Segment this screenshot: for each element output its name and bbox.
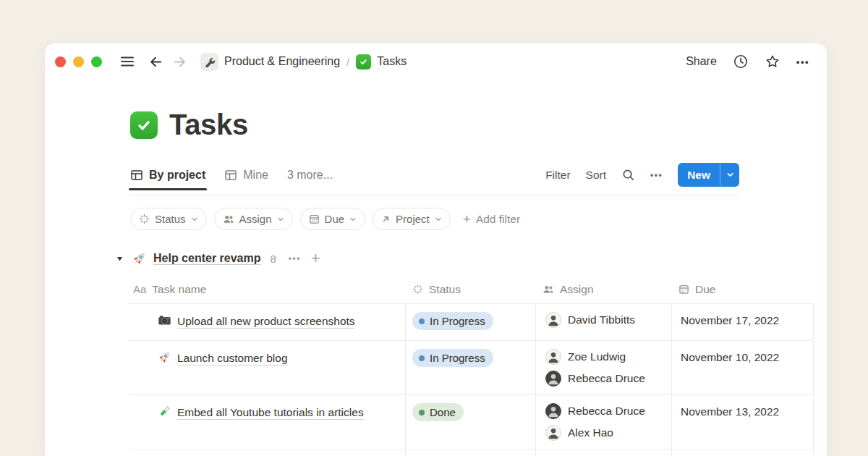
status-pill[interactable]: In Progress (412, 349, 493, 367)
task-link[interactable]: Upload all new product screenshots (177, 315, 355, 327)
clock-icon[interactable] (733, 54, 749, 69)
camera-icon (158, 313, 171, 332)
calendar-icon (309, 214, 320, 224)
plus-icon: + (463, 212, 471, 226)
tasks-table: Aa Task name Status Assign Due (129, 275, 814, 456)
window-topbar: Product & Engineering / Tasks Share ••• (45, 43, 827, 80)
task-name-cell[interactable]: Embed all Youtube tutorials in articles (129, 395, 405, 449)
tab-by-project[interactable]: By project (130, 169, 205, 182)
status-cell[interactable]: Not Started (405, 449, 535, 456)
add-filter-button[interactable]: + Add filter (463, 212, 520, 226)
star-icon[interactable] (765, 54, 780, 69)
group-more-button[interactable]: ••• (289, 253, 301, 263)
people-icon (223, 214, 234, 224)
arrow-up-right-icon (381, 214, 391, 224)
due-cell[interactable]: November 17, 2022 (671, 304, 814, 340)
view-toolbar: By project Mine 3 more... Filter Sort ••… (130, 163, 739, 195)
status-dot (419, 355, 425, 361)
new-button-chevron-down-icon[interactable] (720, 163, 739, 187)
assignee[interactable]: Zoe Ludwig (545, 349, 664, 365)
avatar (545, 349, 561, 365)
due-cell[interactable]: November 10, 2022 (671, 341, 814, 394)
group-title[interactable]: Help center revamp (153, 252, 261, 265)
status-burst-icon (412, 284, 423, 295)
window-controls (55, 56, 102, 67)
zoom-window-button[interactable] (91, 56, 102, 67)
status-cell[interactable]: In Progress (405, 341, 535, 394)
breadcrumb-workspace-label: Product & Engineering (224, 55, 340, 68)
group-header: Help center revamp 8 ••• + (116, 250, 827, 266)
table-row: Upload all new product screenshots In Pr… (129, 304, 814, 341)
due-date: November 10, 2022 (681, 349, 806, 366)
tab-label: By project (149, 169, 205, 182)
breadcrumb-workspace[interactable]: Product & Engineering (200, 53, 340, 71)
new-button-label[interactable]: New (678, 163, 720, 187)
column-header-assign[interactable]: Assign (535, 275, 671, 304)
calendar-icon (678, 284, 689, 295)
task-name-cell[interactable]: Final website audit (129, 449, 405, 456)
filter-chip-label: Due (325, 213, 345, 225)
filter-chip-assign[interactable]: Assign (214, 208, 293, 230)
assign-cell[interactable]: Rebecca Druce (535, 449, 671, 456)
breadcrumb-page[interactable]: Tasks (356, 54, 407, 69)
avatar (545, 403, 561, 419)
due-date: November 13, 2022 (681, 403, 806, 421)
assign-cell[interactable]: David Tibbitts (535, 304, 671, 340)
table-row: Launch customer blog In Progress Zoe Lud… (129, 341, 814, 395)
collapse-triangle-icon[interactable] (116, 255, 124, 263)
tab-more-views[interactable]: 3 more... (287, 169, 333, 182)
table-row: Final website audit Not Started Rebecca … (129, 449, 814, 456)
table-view-icon (130, 169, 143, 182)
search-icon[interactable] (621, 168, 635, 182)
column-header-due[interactable]: Due (671, 275, 814, 304)
new-button[interactable]: New (678, 163, 739, 187)
status-cell[interactable]: Done (405, 395, 535, 449)
sort-button[interactable]: Sort (586, 169, 606, 182)
due-cell[interactable]: November 18, 2022 → November 20, 2022 (671, 449, 814, 456)
filter-bar: Status Assign Due (130, 208, 827, 230)
status-pill[interactable]: In Progress (412, 312, 493, 330)
assignee-name: Rebecca Druce (568, 372, 645, 385)
assignee[interactable]: Alex Hao (545, 425, 664, 441)
due-cell[interactable]: November 13, 2022 (671, 395, 814, 449)
assign-cell[interactable]: Zoe Ludwig Rebecca Druce (535, 341, 671, 394)
rocket-icon (132, 251, 147, 266)
filter-chip-label: Project (396, 213, 430, 225)
table-row: Embed all Youtube tutorials in articles … (129, 395, 814, 449)
minimize-window-button[interactable] (73, 56, 84, 67)
assignee[interactable]: Rebecca Druce (545, 403, 664, 419)
group-count: 8 (271, 253, 276, 265)
more-options-button[interactable]: ••• (796, 56, 809, 67)
filter-chip-project[interactable]: Project (373, 208, 451, 230)
chevron-down-icon (435, 216, 442, 223)
filter-button[interactable]: Filter (545, 169, 570, 182)
assignee[interactable]: Rebecca Druce (545, 371, 664, 387)
view-more-button[interactable]: ••• (650, 170, 663, 180)
group-add-button[interactable]: + (311, 250, 320, 266)
column-label: Due (695, 283, 715, 296)
task-name-cell[interactable]: Launch customer blog (129, 341, 405, 394)
assignee-name: Zoe Ludwig (568, 350, 626, 363)
tab-mine[interactable]: Mine (224, 169, 268, 182)
status-burst-icon (139, 214, 150, 224)
share-button[interactable]: Share (686, 55, 717, 68)
task-link[interactable]: Launch customer blog (177, 352, 288, 364)
status-cell[interactable]: In Progress (405, 304, 535, 340)
back-arrow-icon[interactable] (148, 54, 163, 69)
status-label: Done (430, 406, 456, 418)
assignee[interactable]: David Tibbitts (545, 312, 664, 328)
filter-chip-due[interactable]: Due (300, 208, 366, 230)
forward-arrow-icon[interactable] (172, 54, 187, 69)
task-link[interactable]: Embed all Youtube tutorials in articles (177, 406, 364, 418)
task-name-cell[interactable]: Upload all new product screenshots (129, 304, 405, 340)
status-pill[interactable]: Done (412, 403, 464, 421)
column-header-task-name[interactable]: Aa Task name (129, 275, 405, 304)
column-header-status[interactable]: Status (405, 275, 535, 304)
rocket-icon (158, 350, 171, 369)
close-window-button[interactable] (55, 56, 66, 67)
avatar (545, 312, 561, 328)
page-check-mark-icon (130, 111, 158, 139)
assign-cell[interactable]: Rebecca Druce Alex Hao (535, 395, 671, 449)
filter-chip-status[interactable]: Status (130, 208, 207, 230)
sidebar-menu-icon[interactable] (119, 54, 135, 69)
